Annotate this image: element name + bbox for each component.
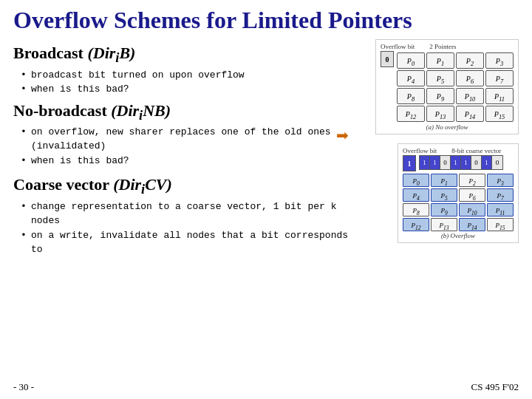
pb15: P15 [487,218,514,231]
cv-bit-2: 0 [440,156,451,169]
pb3: P3 [487,174,514,187]
section-broadcast: Broadcast (DiriB) broadcast bit turned o… [13,44,349,96]
p7: P7 [485,70,514,86]
pb4: P4 [403,188,429,202]
p5: P5 [426,70,454,86]
right-column: Overflow bit 2 Pointers 0 P0 P1 P2 P3 P4… [356,39,519,260]
overflow-bit-label-a: Overflow bit [381,43,415,50]
overflow-bit-label-b: Overflow bit [403,147,437,154]
p15: P15 [485,106,514,122]
pointer-grid-b: P0 P1 P2 P3 P4 P5 P6 P7 P8 P9 P10 P11 P1… [403,174,514,231]
arrow-icon: ➡ [336,126,349,144]
diagram-b-label: (b) Overflow [403,232,514,239]
section-no-broadcast: No-broadcast (DiriNB) on overflow, new s… [13,101,349,171]
cv-bit-3: 1 [451,156,461,169]
p0: P0 [397,52,425,69]
pb11: P11 [487,203,514,216]
no-broadcast-bullet-2: when is this bad? [21,154,333,168]
p14: P14 [456,106,484,122]
broadcast-bullet-2: when is this bad? [21,82,349,97]
slide-title: Overflow Schemes for Limited Pointers [13,7,519,33]
p2: P2 [456,52,484,69]
coarse-vector-bullet-1: change representation to a coarse vector… [21,200,349,228]
broadcast-bullets: broadcast bit turned on upon overflow wh… [21,68,349,97]
diagram-overflow: Overflow bit 8-bit coarse vector 1 1 1 0… [398,143,519,243]
diagram-a-header: Overflow bit 2 Pointers [381,43,514,50]
section-coarse-vector: Coarse vector (DiriCV) change representa… [13,175,349,256]
pb1: P1 [431,174,457,187]
footer: - 30 - CS 495 F'02 [13,381,519,393]
pointer-grid-a: P0 P1 P2 P3 P4 P5 P6 P7 P8 P9 P10 P11 P1… [397,52,514,122]
footer-page-number: - 30 - [13,381,34,393]
cv-bit-5: 0 [471,156,482,169]
p4: P4 [397,70,425,86]
p9: P9 [426,88,454,104]
pb9: P9 [431,203,457,216]
slide: Overflow Schemes for Limited Pointers Br… [0,0,532,399]
pb14: P14 [459,218,485,231]
coarse-vector-bits: 1 1 0 1 1 0 1 0 [419,155,503,170]
broadcast-title: Broadcast (DiriB) [13,44,349,66]
cv-bit-6: 1 [482,156,492,169]
pb6: P6 [459,188,485,202]
no-broadcast-bullets: on overflow, new sharer replaces one of … [21,125,333,168]
diagram-no-overflow: Overflow bit 2 Pointers 0 P0 P1 P2 P3 P4… [375,39,519,134]
pb12: P12 [403,218,429,231]
pb10: P10 [459,203,485,216]
p13: P13 [426,106,454,122]
diagram-b-header: Overflow bit 8-bit coarse vector [403,147,514,154]
left-column: Broadcast (DiriB) broadcast bit turned o… [13,39,349,260]
pb5: P5 [431,188,457,202]
p3: P3 [485,52,514,69]
overflow-bit-b: 1 [403,155,416,171]
footer-course: CS 495 F'02 [471,381,519,393]
pb7: P7 [487,188,514,202]
p1: P1 [426,52,454,69]
p11: P11 [485,88,514,104]
cv-bit-0: 1 [420,156,430,169]
p12: P12 [397,106,425,122]
coarse-vector-title: Coarse vector (DiriCV) [13,175,349,197]
broadcast-bullet-1: broadcast bit turned on upon overflow [21,68,349,83]
p6: P6 [456,70,484,86]
content-area: Broadcast (DiriB) broadcast bit turned o… [13,39,519,260]
p10: P10 [456,88,484,104]
vector-label-b: 8-bit coarse vector [451,147,501,154]
diagram-a-label: (a) No overflow [381,123,514,131]
p8: P8 [397,88,425,104]
no-broadcast-bullet-1: on overflow, new sharer replaces one of … [21,125,333,154]
pb8: P8 [403,203,429,216]
cv-bit-4: 1 [461,156,471,169]
pb0: P0 [403,174,429,187]
pointers-label-a: 2 Pointers [429,43,456,50]
no-broadcast-title: No-broadcast (DiriNB) [13,101,349,123]
overflow-header-b: 1 1 1 0 1 1 0 1 0 [403,155,514,171]
cv-bit-7: 0 [492,156,502,169]
overflow-header-a: 0 P0 P1 P2 P3 P4 P5 P6 P7 P8 P9 P10 [381,51,514,122]
coarse-vector-bullet-2: on a write, invalidate all nodes that a … [21,228,349,257]
pb13: P13 [431,218,457,231]
cv-bit-1: 1 [430,156,440,169]
overflow-bit-a: 0 [381,51,394,67]
coarse-vector-bullets: change representation to a coarse vector… [21,200,349,257]
pb2: P2 [459,174,485,187]
